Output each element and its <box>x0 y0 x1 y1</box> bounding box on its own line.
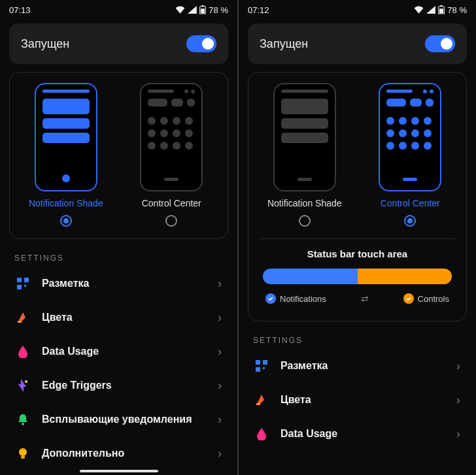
svg-rect-17 <box>256 367 260 372</box>
phone-preview-control <box>140 83 203 191</box>
phone-preview-notification <box>273 83 336 191</box>
svg-rect-19 <box>256 403 260 405</box>
status-time: 07:13 <box>9 5 31 15</box>
status-bar-touch-area: Status bar touch area Notifications ⇄ Co… <box>255 239 460 312</box>
chevron-right-icon: › <box>218 379 222 393</box>
left-screenshot: 07:13 78 % Запущен Notification Shade <box>0 0 237 475</box>
mode-label: Control Center <box>142 198 201 208</box>
section-label: SETTINGS <box>14 254 223 263</box>
status-icons: 78 % <box>414 5 467 15</box>
right-screenshot: 07:12 78 % Запущен Notification Shade <box>239 0 476 475</box>
phone-preview-control <box>379 83 441 191</box>
battery-icon <box>438 5 445 14</box>
grid-icon <box>16 276 30 291</box>
setting-label: Дополнительно <box>42 448 206 459</box>
mode-control-center[interactable]: Control Center <box>361 83 460 227</box>
mode-label: Notification Shade <box>267 198 342 208</box>
svg-rect-4 <box>24 278 29 282</box>
setting-popup-notifs[interactable]: Всплывающие уведомления› <box>9 402 228 436</box>
svg-rect-18 <box>263 367 265 369</box>
setting-data-usage[interactable]: Data Usage› <box>9 335 228 369</box>
settings-list-right: Разметка›Цвета›Data Usage› <box>239 349 476 451</box>
chevron-right-icon: › <box>456 359 460 373</box>
setting-label: Data Usage <box>42 346 206 357</box>
radio-notification[interactable] <box>299 215 311 227</box>
setting-label: Цвета <box>42 312 206 323</box>
nav-handle[interactable] <box>80 470 158 472</box>
setting-label: Цвета <box>280 394 445 406</box>
status-icons: 78 % <box>175 5 228 15</box>
battery-icon <box>199 5 206 14</box>
chevron-right-icon: › <box>456 393 460 407</box>
status-bar: 07:13 78 % <box>0 0 237 17</box>
svg-rect-11 <box>21 456 25 459</box>
svg-rect-5 <box>17 285 22 289</box>
svg-rect-16 <box>263 360 267 365</box>
svg-rect-6 <box>24 285 26 287</box>
mode-label: Notification Shade <box>29 198 103 208</box>
svg-rect-15 <box>256 360 260 365</box>
svg-point-10 <box>19 448 27 456</box>
drop-icon <box>254 427 269 441</box>
svg-point-9 <box>22 423 24 425</box>
chevron-right-icon: › <box>218 413 222 427</box>
settings-list-left: Разметка›Цвета›Data Usage›Edge Triggers›… <box>0 267 237 470</box>
mode-notification-shade[interactable]: Notification Shade <box>16 83 116 227</box>
setting-label: Data Usage <box>280 428 445 440</box>
chevron-right-icon: › <box>218 311 222 325</box>
chevron-right-icon: › <box>218 447 222 461</box>
setting-label: Разметка <box>42 278 206 289</box>
setting-label: Edge Triggers <box>42 380 206 391</box>
section-label: SETTINGS <box>253 336 462 345</box>
wifi-icon <box>175 6 185 14</box>
signal-icon <box>188 6 197 14</box>
setting-layout[interactable]: Разметка› <box>9 267 228 301</box>
battery-text: 78 % <box>209 5 228 15</box>
check-icon <box>403 293 414 304</box>
svg-rect-7 <box>18 321 22 323</box>
touch-area-title: Status bar touch area <box>263 248 452 259</box>
palette-icon <box>254 393 269 407</box>
radio-notification[interactable] <box>60 215 72 227</box>
radio-control[interactable] <box>165 215 177 227</box>
spark-icon <box>16 378 30 393</box>
enabled-toggle[interactable] <box>186 35 216 52</box>
signal-icon <box>426 6 435 14</box>
setting-colors[interactable]: Цвета› <box>9 301 228 335</box>
touch-bar-slider[interactable] <box>263 269 452 284</box>
setting-label: Разметка <box>280 360 445 372</box>
svg-point-8 <box>25 380 27 383</box>
touch-label-notifications[interactable]: Notifications <box>265 293 326 304</box>
touch-label-controls[interactable]: Controls <box>403 293 449 304</box>
setting-edge-triggers[interactable]: Edge Triggers› <box>9 369 228 402</box>
svg-rect-3 <box>17 278 22 282</box>
phone-preview-notification <box>35 83 97 191</box>
bell-icon <box>16 412 30 427</box>
mode-chooser: Notification Shade Control Center <box>248 72 467 321</box>
svg-rect-14 <box>439 8 443 13</box>
mode-control-center[interactable]: Control Center <box>122 83 222 227</box>
grid-icon <box>254 359 269 373</box>
status-time: 07:12 <box>248 5 269 15</box>
chevron-right-icon: › <box>456 427 460 441</box>
bulb-icon <box>16 446 30 461</box>
chevron-right-icon: › <box>218 277 222 291</box>
mode-label: Control Center <box>381 198 440 208</box>
setting-layout[interactable]: Разметка› <box>248 349 467 383</box>
status-bar: 07:12 78 % <box>239 0 476 17</box>
status-card: Запущен <box>248 24 467 64</box>
battery-text: 78 % <box>447 5 467 15</box>
setting-colors[interactable]: Цвета› <box>248 383 467 417</box>
setting-data-usage[interactable]: Data Usage› <box>248 417 467 451</box>
mode-chooser: Notification Shade Control Center <box>9 72 228 239</box>
status-card: Запущен <box>9 24 228 64</box>
status-title: Запущен <box>260 37 308 51</box>
setting-more[interactable]: Дополнительно› <box>9 436 228 470</box>
mode-notification-shade[interactable]: Notification Shade <box>255 83 354 227</box>
swap-icon[interactable]: ⇄ <box>361 293 369 304</box>
check-icon <box>265 293 276 304</box>
wifi-icon <box>414 6 424 14</box>
setting-label: Всплывающие уведомления <box>42 414 206 425</box>
enabled-toggle[interactable] <box>425 35 455 52</box>
radio-control[interactable] <box>404 215 416 227</box>
